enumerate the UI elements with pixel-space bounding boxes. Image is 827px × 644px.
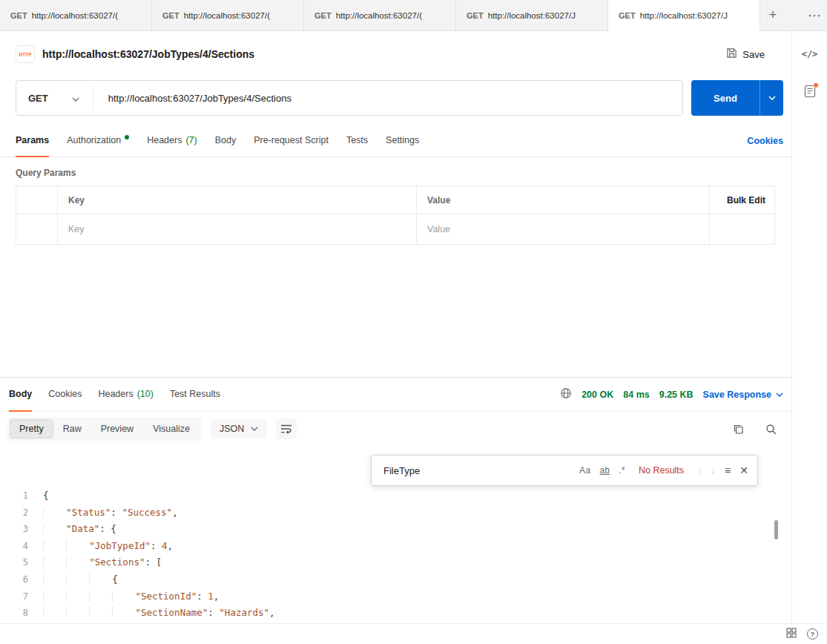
value-placeholder: Value [427, 224, 450, 234]
request-url-input[interactable] [93, 87, 682, 109]
notification-dot [813, 82, 819, 88]
response-tab-test-results[interactable]: Test Results [170, 378, 220, 412]
view-preview-button[interactable]: Preview [91, 419, 143, 438]
code-line: 8 "SectionName": "Hazards", [0, 605, 791, 622]
select-column-header [16, 186, 58, 214]
request-tab-4[interactable]: GET http://localhost:63027/J [456, 0, 608, 30]
tab-tests-label: Tests [346, 135, 368, 145]
find-input[interactable] [383, 465, 570, 476]
save-response-button[interactable]: Save Response [703, 390, 783, 400]
find-bar: Aa ab .* No Results ↑ ↓ ≡ ✕ [371, 455, 758, 486]
tab-authorization[interactable]: Authorization [67, 125, 129, 157]
code-line: 5 "Sections": [ [0, 554, 791, 571]
view-mode-group: Pretty Raw Preview Visualize [7, 417, 202, 441]
regex-icon[interactable]: .* [619, 465, 625, 476]
method-label: GET [28, 93, 48, 104]
view-raw-button[interactable]: Raw [53, 419, 91, 438]
response-panel: Body Cookies Headers (10) Test Results 2… [0, 377, 791, 623]
code-line: 1{ [0, 487, 791, 505]
tab-options-button[interactable]: ⋯ [802, 0, 827, 30]
tab-method-label: GET [314, 11, 332, 20]
response-tab-body-label: Body [9, 389, 32, 399]
send-label[interactable]: Send [691, 80, 760, 116]
response-body-editor[interactable]: Aa ab .* No Results ↑ ↓ ≡ ✕ 1{2 "Status"… [0, 446, 791, 623]
cookies-link[interactable]: Cookies [747, 136, 783, 146]
response-toolbar: Pretty Raw Preview Visualize JSON [0, 412, 791, 446]
response-tab-headers[interactable]: Headers (10) [98, 378, 153, 412]
send-options-button[interactable] [760, 80, 783, 116]
response-code-lines: 1{2 "Status": "Success",3 "Data": {4 "Jo… [0, 487, 791, 622]
help-icon[interactable]: ? [807, 628, 818, 640]
tab-params[interactable]: Params [16, 125, 49, 157]
response-tab-cookies-label: Cookies [48, 389, 82, 399]
new-tab-button[interactable]: + [760, 0, 785, 30]
find-menu-icon[interactable]: ≡ [725, 464, 731, 476]
send-button[interactable]: Send [691, 80, 783, 116]
tab-pre-request-script[interactable]: Pre-request Script [254, 125, 329, 157]
format-dropdown[interactable]: JSON [211, 419, 267, 438]
url-row: GET Send [0, 77, 791, 125]
tab-body-label: Body [215, 135, 237, 145]
status-badge: 200 OK [581, 390, 613, 400]
response-tabs: Body Cookies Headers (10) Test Results 2… [0, 378, 791, 412]
tab-method-label: GET [10, 11, 27, 20]
response-scrollbar-thumb[interactable] [774, 520, 778, 539]
tab-headers[interactable]: Headers (7) [147, 125, 197, 157]
copy-icon[interactable] [728, 418, 748, 439]
request-tab-5-active[interactable]: GET http://localhost:63027/J [608, 0, 760, 31]
code-snippet-icon[interactable]: </> [802, 49, 818, 59]
wrap-lines-icon[interactable] [276, 418, 297, 439]
request-tab-3[interactable]: GET http://localhost:63027/( [304, 0, 456, 30]
row-select-cell [16, 214, 58, 244]
tab-body[interactable]: Body [215, 125, 237, 157]
tab-params-label: Params [16, 135, 49, 145]
tab-url-label: http://localhost:63027/J [640, 11, 728, 20]
url-box: GET [16, 80, 683, 116]
query-params-table: Key Value Bulk Edit Key Value [16, 185, 775, 245]
response-tab-test-results-label: Test Results [170, 389, 220, 399]
key-column-header: Key [58, 186, 417, 214]
tab-method-label: GET [619, 11, 636, 20]
view-visualize-button[interactable]: Visualize [143, 419, 200, 438]
row-actions-cell [710, 214, 774, 244]
request-tab-1[interactable]: GET http://localhost:63027/( [0, 0, 152, 30]
search-icon[interactable] [760, 418, 781, 439]
code-line: 2 "Status": "Success", [0, 505, 791, 522]
network-globe-icon[interactable] [560, 387, 572, 401]
tab-settings-label: Settings [386, 135, 419, 145]
response-tab-cookies[interactable]: Cookies [48, 378, 82, 412]
documentation-icon[interactable] [804, 85, 816, 101]
tab-bar: GET http://localhost:63027/( GET http://… [0, 0, 827, 31]
save-icon [726, 47, 737, 61]
view-pretty-button[interactable]: Pretty [10, 419, 53, 438]
right-sidebar: </> [791, 31, 827, 623]
tab-tests[interactable]: Tests [346, 125, 368, 157]
tab-method-label: GET [162, 11, 179, 20]
code-line: 3 "Data": { [0, 521, 791, 538]
bulk-edit-button[interactable]: Bulk Edit [710, 186, 774, 214]
request-tab-2[interactable]: GET http://localhost:63027/( [152, 0, 304, 30]
key-placeholder: Key [68, 224, 85, 234]
status-bar: ? [0, 623, 827, 644]
authorization-status-dot [125, 135, 129, 139]
panel-grid-icon[interactable] [786, 628, 797, 641]
response-tab-body[interactable]: Body [9, 378, 32, 412]
tab-settings[interactable]: Settings [386, 125, 419, 157]
find-previous-icon[interactable]: ↑ [697, 465, 702, 476]
whole-word-icon[interactable]: ab [599, 465, 610, 476]
key-input-cell[interactable]: Key [58, 214, 417, 244]
find-close-icon[interactable]: ✕ [739, 464, 748, 476]
format-label: JSON [220, 424, 244, 434]
match-case-icon[interactable]: Aa [579, 465, 590, 476]
tab-url-label: http://localhost:63027/( [32, 11, 118, 20]
value-input-cell[interactable]: Value [417, 214, 710, 244]
save-button[interactable]: Save [726, 47, 765, 61]
find-results-count: No Results [639, 465, 684, 476]
headers-count-badge: (7) [185, 135, 197, 145]
code-line: 6 { [0, 571, 791, 588]
response-tab-headers-label: Headers [98, 389, 133, 399]
method-dropdown[interactable]: GET [16, 91, 93, 105]
find-next-icon[interactable]: ↓ [711, 465, 716, 476]
request-title-row: HTTP http://localhost:63027/JobTypes/4/S… [0, 31, 791, 77]
request-title: http://localhost:63027/JobTypes/4/Sectio… [42, 48, 254, 60]
